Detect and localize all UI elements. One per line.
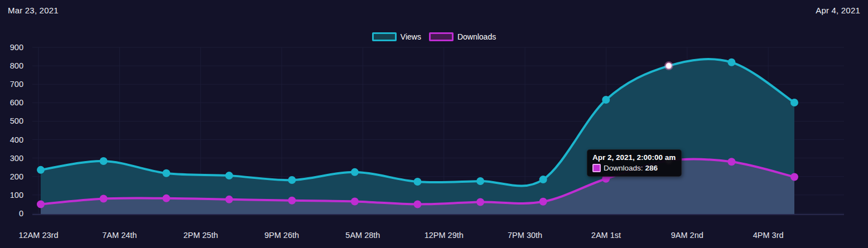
x-axis-tick-label: 7AM 24th: [102, 231, 137, 240]
y-axis-tick-label: 400: [10, 135, 23, 144]
x-axis-tick-label: 12PM 29th: [425, 231, 464, 240]
downloads-data-point[interactable]: [539, 198, 547, 206]
views-data-point[interactable]: [37, 166, 45, 174]
views-data-point[interactable]: [539, 176, 547, 183]
y-axis-tick-label: 500: [10, 116, 23, 125]
views-data-point[interactable]: [476, 177, 484, 185]
tooltip-series-row: Downloads: 286: [592, 164, 676, 172]
downloads-data-point[interactable]: [37, 200, 45, 208]
views-hover-point[interactable]: [666, 63, 672, 69]
x-axis-tick-label: 2AM 1st: [591, 231, 621, 240]
analytics-chart-panel: Mar 23, 2021 Apr 4, 2021 Views Downloads…: [0, 0, 868, 248]
y-axis-tick-label: 200: [10, 172, 23, 181]
views-data-point[interactable]: [288, 176, 296, 184]
downloads-data-point[interactable]: [225, 196, 233, 203]
downloads-data-point[interactable]: [413, 200, 421, 208]
tooltip-value: 286: [645, 164, 658, 172]
views-data-point[interactable]: [727, 59, 735, 66]
downloads-data-point[interactable]: [288, 197, 296, 205]
y-axis-tick-label: 0: [19, 209, 23, 218]
y-axis-tick-label: 100: [10, 191, 23, 200]
views-data-point[interactable]: [790, 99, 798, 106]
y-axis-tick-label: 900: [10, 43, 23, 52]
x-axis-tick-label: 7PM 30th: [508, 231, 542, 240]
chart-tooltip: Apr 2, 2021, 2:00:00 am Downloads: 286: [587, 149, 682, 177]
views-data-point[interactable]: [413, 178, 421, 186]
tooltip-series-swatch-icon: [592, 164, 601, 172]
y-axis-tick-label: 800: [10, 61, 23, 70]
x-axis-tick-label: 5AM 28th: [345, 231, 380, 240]
x-axis-tick-label: 9AM 2nd: [671, 231, 703, 240]
downloads-data-point[interactable]: [162, 194, 170, 202]
y-axis-tick-label: 600: [10, 98, 23, 107]
views-data-point[interactable]: [162, 169, 170, 177]
tooltip-title: Apr 2, 2021, 2:00:00 am: [592, 153, 676, 162]
views-data-point[interactable]: [100, 157, 108, 165]
y-axis-tick-label: 700: [10, 80, 23, 89]
views-data-point[interactable]: [602, 96, 610, 104]
downloads-data-point[interactable]: [790, 173, 798, 181]
tooltip-series-label: Downloads:: [604, 164, 643, 172]
downloads-data-point[interactable]: [351, 197, 359, 205]
x-axis-tick-label: 2PM 25th: [184, 231, 218, 240]
views-data-point[interactable]: [351, 168, 359, 176]
area-chart-canvas[interactable]: 900800700600500400300200100012AM 23rd7AM…: [0, 0, 868, 248]
downloads-data-point[interactable]: [476, 198, 484, 206]
downloads-data-point[interactable]: [727, 158, 735, 166]
y-axis-tick-label: 300: [10, 154, 23, 163]
x-axis-tick-label: 4PM 3rd: [753, 231, 784, 240]
views-data-point[interactable]: [225, 172, 233, 179]
x-axis-tick-label: 12AM 23rd: [19, 231, 59, 240]
downloads-data-point[interactable]: [100, 195, 108, 203]
x-axis-tick-label: 9PM 26th: [264, 231, 299, 240]
